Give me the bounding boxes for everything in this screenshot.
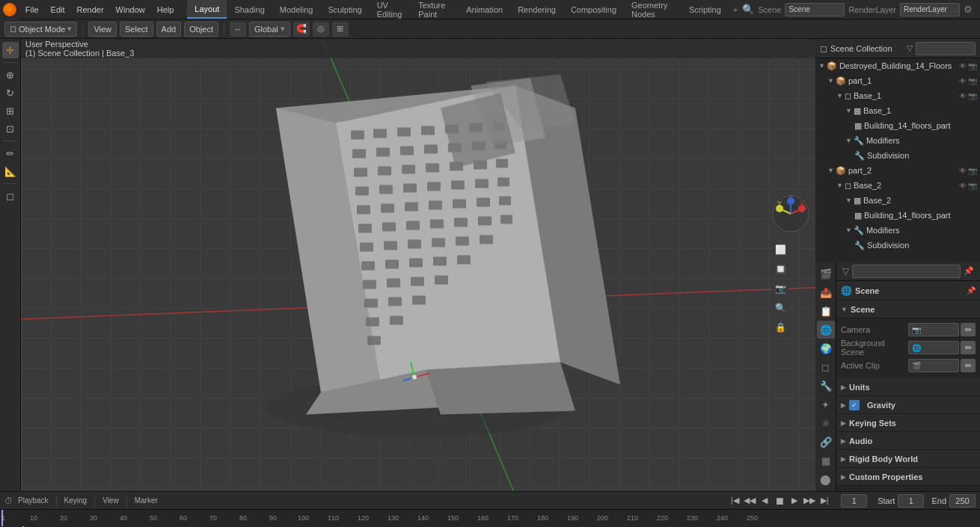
outliner-item-building-mesh[interactable]: ▦ Building_14_floors_part: [815, 118, 980, 133]
keying-sets-section-header[interactable]: ▶ Keying Sets: [836, 414, 980, 432]
object-menu-btn[interactable]: Object: [184, 22, 218, 37]
view-menu-btn[interactable]: View: [88, 22, 117, 37]
render-icon[interactable]: 📷: [968, 62, 977, 70]
visibility-icon[interactable]: 👁: [959, 77, 967, 85]
view-menu-btn[interactable]: View: [100, 496, 121, 505]
visibility-icon[interactable]: 👁: [959, 92, 967, 100]
render-icon[interactable]: 📷: [968, 77, 977, 85]
snap-icon[interactable]: 🧲: [293, 22, 310, 37]
tab-texture-paint[interactable]: Texture Paint: [411, 0, 459, 19]
visibility-icon[interactable]: 👁: [959, 167, 967, 175]
marker-menu-btn[interactable]: Marker: [132, 496, 160, 505]
select-menu-btn[interactable]: Select: [120, 22, 153, 37]
render-engine-selector[interactable]: RenderLayer: [900, 3, 960, 16]
tab-modeling[interactable]: Modeling: [272, 0, 321, 19]
menu-render[interactable]: Render: [71, 0, 110, 19]
transform-space-selector[interactable]: Global ▾: [249, 22, 290, 37]
camera-prop-value[interactable]: 📷: [908, 323, 959, 336]
play-reverse-btn[interactable]: ◀: [759, 495, 771, 507]
transform-pivot-icon[interactable]: ⊞: [332, 22, 349, 37]
cursor-tool-btn[interactable]: ✛: [2, 42, 19, 58]
add-object-btn[interactable]: ◻: [2, 188, 19, 204]
material-props-icon[interactable]: ⬤: [817, 470, 835, 488]
start-frame-display[interactable]: 1: [898, 494, 924, 508]
viewport-camera-btn[interactable]: 📷: [772, 280, 788, 297]
tab-rendering[interactable]: Rendering: [510, 0, 563, 19]
props-pin-icon[interactable]: 📌: [964, 266, 974, 276]
active-clip-prop-value[interactable]: 🎬: [908, 359, 959, 372]
timeline-ruler[interactable]: 1 10 20 30 40 50 60 70 80 90 100 110 120…: [0, 510, 980, 527]
rotate-tool-btn[interactable]: ↻: [2, 84, 19, 101]
move-tool-btn[interactable]: ⊕: [2, 67, 19, 83]
data-props-icon[interactable]: ▦: [817, 452, 835, 469]
tab-uv-editing[interactable]: UV Editing: [370, 0, 411, 19]
outliner-item-subdivision2[interactable]: 🔧 Subdivision: [815, 238, 980, 253]
playback-menu-btn[interactable]: Playback: [16, 496, 51, 505]
axes-gizmo[interactable]: X Y Z: [772, 195, 809, 232]
step-forward-btn[interactable]: ▶▶: [803, 495, 815, 507]
outliner-item-modifiers1[interactable]: ▼ 🔧 Modifiers: [815, 133, 980, 148]
gravity-checkbox[interactable]: ✓: [849, 400, 860, 410]
custom-props-section-header[interactable]: ▶ Custom Properties: [836, 468, 980, 486]
transform-icon-1[interactable]: ↔: [230, 22, 246, 37]
viewport-perspective-btn[interactable]: ⬜: [772, 241, 788, 258]
scene-selector[interactable]: Scene: [785, 3, 845, 16]
viewport-lock-btn[interactable]: 🔒: [772, 319, 788, 336]
tab-layout[interactable]: Layout: [187, 0, 227, 19]
menu-file[interactable]: File: [19, 0, 45, 19]
constraints-props-icon[interactable]: 🔗: [817, 433, 835, 451]
particles-props-icon[interactable]: ✦: [817, 395, 835, 413]
tab-sculpting[interactable]: Sculpting: [320, 0, 369, 19]
preferences-icon[interactable]: ⚙: [964, 4, 973, 15]
output-props-icon[interactable]: 📤: [817, 283, 835, 301]
world-props-icon[interactable]: 🌍: [817, 339, 835, 357]
scene-props-pin-btn[interactable]: 📌: [967, 286, 976, 295]
outliner-item-subdivision1[interactable]: 🔧 Subdivision: [815, 148, 980, 163]
bg-scene-prop-value[interactable]: 🌐: [908, 341, 959, 354]
mode-selector[interactable]: ◻ Object Mode ▾: [4, 22, 77, 37]
render-icon[interactable]: 📷: [968, 182, 977, 190]
3d-viewport[interactable]: User Perspective (1) Scene Collection | …: [21, 39, 815, 491]
annotate-tool-btn[interactable]: ✏: [2, 145, 19, 161]
outliner-item-collection[interactable]: ▼ 📦 Destroyed_Building_14_Floors 👁 📷: [815, 58, 980, 73]
camera-prop-edit-btn[interactable]: ✏: [961, 323, 976, 336]
end-frame-display[interactable]: 250: [949, 494, 976, 508]
active-clip-edit-btn[interactable]: ✏: [961, 359, 976, 372]
visibility-icon[interactable]: 👁: [959, 182, 967, 190]
scale-tool-btn[interactable]: ⊞: [2, 102, 19, 119]
menu-edit[interactable]: Edit: [45, 0, 71, 19]
outliner-item-building-mesh2[interactable]: ▦ Building_14_floors_part: [815, 208, 980, 223]
outliner-item-base2-obj[interactable]: ▼ ◻ Base_2 👁 📷: [815, 178, 980, 193]
props-search-input[interactable]: [852, 265, 961, 278]
audio-section-header[interactable]: ▶ Audio: [836, 432, 980, 450]
rigid-body-section-header[interactable]: ▶ Rigid Body World: [836, 450, 980, 468]
stop-btn[interactable]: ⏹: [774, 495, 785, 507]
jump-start-btn[interactable]: |◀: [729, 495, 741, 507]
tab-geometry-nodes[interactable]: Geometry Nodes: [624, 0, 682, 19]
physics-props-icon[interactable]: ⚛: [817, 414, 835, 432]
outliner-item-part1[interactable]: ▼ 📦 part_1 👁 📷: [815, 73, 980, 88]
outliner-content[interactable]: ▼ 📦 Destroyed_Building_14_Floors 👁 📷 ▼ 📦…: [815, 58, 980, 262]
visibility-icon[interactable]: 👁: [959, 62, 967, 70]
jump-end-btn[interactable]: ▶|: [818, 495, 830, 507]
tab-scripting[interactable]: Scripting: [682, 0, 729, 19]
gravity-section-header[interactable]: ▶ ✓ Gravity: [836, 396, 980, 414]
tab-animation[interactable]: Animation: [459, 0, 510, 19]
tab-shading[interactable]: Shading: [227, 0, 272, 19]
tab-compositing[interactable]: Compositing: [563, 0, 624, 19]
bg-scene-prop-edit-btn[interactable]: ✏: [961, 341, 976, 354]
add-menu-btn[interactable]: Add: [156, 22, 182, 37]
scene-props-icon[interactable]: 🌐: [817, 321, 835, 339]
modifier-props-icon[interactable]: 🔧: [817, 377, 835, 395]
add-workspace-btn[interactable]: +: [729, 5, 742, 14]
play-btn[interactable]: ▶: [788, 495, 800, 507]
render-icon[interactable]: 📷: [968, 92, 977, 100]
view-layer-props-icon[interactable]: 📋: [817, 302, 835, 320]
keying-menu-btn[interactable]: Keying: [62, 496, 90, 505]
units-section-header[interactable]: ▶ Units: [836, 378, 980, 396]
render-props-icon[interactable]: 🎬: [817, 265, 835, 283]
outliner-filter-icon[interactable]: ▽: [907, 43, 913, 53]
object-props-icon[interactable]: ◻: [817, 358, 835, 376]
viewport-zoom-in-btn[interactable]: 🔍: [772, 300, 788, 316]
outliner-item-part2[interactable]: ▼ 📦 part_2 👁 📷: [815, 163, 980, 178]
